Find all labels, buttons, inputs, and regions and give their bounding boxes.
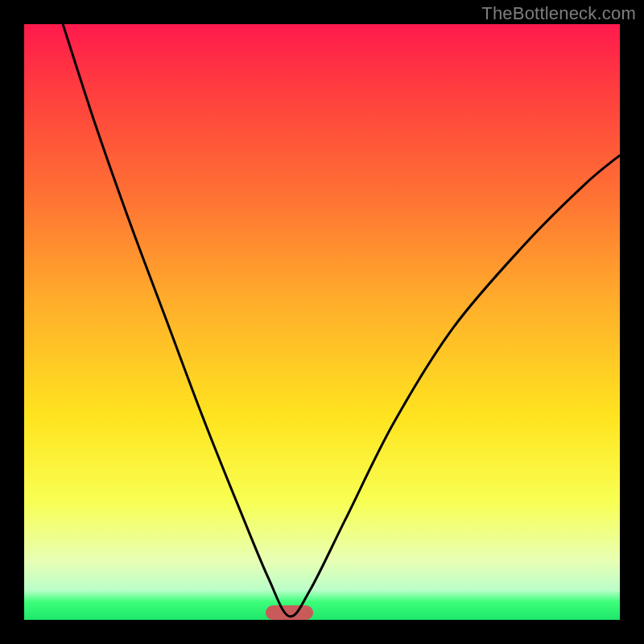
watermark-text: TheBottleneck.com — [481, 3, 636, 24]
bottleneck-curve — [24, 24, 620, 620]
curve-path — [63, 24, 620, 617]
chart-frame — [24, 24, 620, 620]
